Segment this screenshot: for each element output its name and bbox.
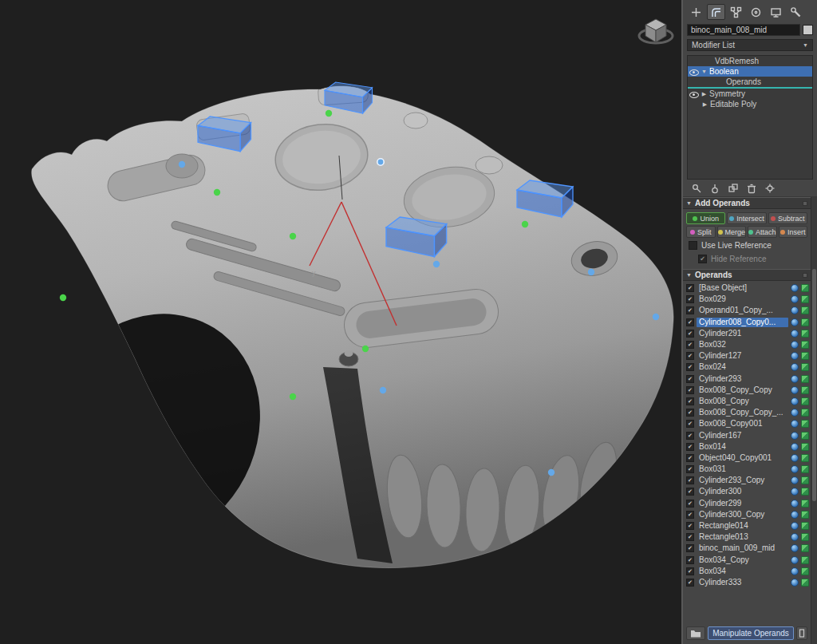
operand-solid-icon[interactable] xyxy=(791,420,799,428)
operand-row[interactable]: Box014 xyxy=(686,441,809,452)
operand-row[interactable]: Cylinder167 xyxy=(686,429,809,441)
operand-checkbox[interactable] xyxy=(686,544,694,552)
use-live-reference-checkbox[interactable] xyxy=(689,241,697,250)
operand-solid-icon[interactable] xyxy=(791,488,799,496)
operand-layers-icon[interactable] xyxy=(801,306,809,314)
operand-checkbox[interactable] xyxy=(686,533,694,541)
operand-layers-icon[interactable] xyxy=(801,432,809,440)
operand-solid-icon[interactable] xyxy=(791,476,799,484)
operand-checkbox[interactable] xyxy=(686,476,694,484)
panel-scrollbar[interactable] xyxy=(811,197,817,644)
operand-row[interactable]: Box031 xyxy=(686,464,809,475)
operand-solid-icon[interactable] xyxy=(791,500,799,508)
operand-layers-icon[interactable] xyxy=(801,318,809,326)
operand-solid-icon[interactable] xyxy=(791,306,799,314)
operand-checkbox[interactable] xyxy=(686,579,694,587)
operand-layers-icon[interactable] xyxy=(801,511,809,519)
operand-name[interactable]: Box032 xyxy=(697,340,788,350)
operand-solid-icon[interactable] xyxy=(791,397,799,405)
operand-solid-icon[interactable] xyxy=(791,341,799,349)
operand-marker[interactable] xyxy=(380,387,386,393)
operand-solid-icon[interactable] xyxy=(791,522,799,530)
operand-checkbox[interactable] xyxy=(686,295,694,303)
operand-name[interactable]: Box024 xyxy=(697,362,788,372)
operand-checkbox[interactable] xyxy=(686,397,694,405)
operand-checkbox[interactable] xyxy=(686,330,694,338)
operand-name[interactable]: Box008_Copy xyxy=(697,397,788,406)
operand-layers-icon[interactable] xyxy=(801,284,809,292)
operand-layers-icon[interactable] xyxy=(801,488,809,496)
operand-solid-icon[interactable] xyxy=(791,295,799,303)
modifier-suboject-operands[interactable]: Operands xyxy=(688,77,812,87)
operand-row[interactable]: Cylinder333 xyxy=(686,577,809,588)
collapse-arrow-icon[interactable]: ▶ xyxy=(701,101,708,108)
show-end-result-icon[interactable] xyxy=(708,182,721,195)
operand-solid-icon[interactable] xyxy=(791,556,799,564)
operand-marker[interactable] xyxy=(433,261,440,267)
tab-create[interactable] xyxy=(687,4,705,20)
operand-solid-icon[interactable] xyxy=(791,284,799,292)
operand-name[interactable]: Box034 xyxy=(697,567,788,576)
operand-name[interactable]: Cylinder300 xyxy=(697,487,788,496)
operand-row[interactable]: Cylinder299 xyxy=(686,498,809,509)
operand-layers-icon[interactable] xyxy=(801,533,809,541)
operand-layers-icon[interactable] xyxy=(801,500,809,508)
operand-marker[interactable] xyxy=(290,393,296,400)
scrollbar-thumb[interactable] xyxy=(812,269,816,501)
expand-arrow-icon[interactable]: ▼ xyxy=(701,69,708,74)
operand-name[interactable]: binoc_main_009_mid xyxy=(697,543,788,553)
use-live-reference[interactable]: Use Live Reference xyxy=(686,239,807,251)
modifier-vdbremesh[interactable]: VdbRemesh xyxy=(688,56,812,66)
collapse-arrow-icon[interactable]: ▶ xyxy=(701,91,708,97)
operand-name[interactable]: Cylinder291 xyxy=(697,329,788,338)
operand-marker[interactable] xyxy=(60,294,66,301)
operand-layers-icon[interactable] xyxy=(801,522,809,530)
button-subtract[interactable]: Subtract xyxy=(768,212,807,224)
operand-name[interactable]: Cylinder008_Copy0... xyxy=(697,318,788,327)
operand-layers-icon[interactable] xyxy=(801,330,809,338)
operand-checkbox[interactable] xyxy=(686,454,694,462)
operand-row[interactable]: Box008_Copy xyxy=(686,396,809,407)
operand-marker[interactable] xyxy=(179,161,185,168)
button-insert[interactable]: Insert xyxy=(779,226,808,238)
operand-solid-icon[interactable] xyxy=(791,432,799,440)
configure-modifier-sets-icon[interactable] xyxy=(764,182,776,195)
operand-row[interactable]: Box034 xyxy=(686,566,809,577)
operand-marker[interactable] xyxy=(326,110,332,117)
operand-solid-icon[interactable] xyxy=(791,454,799,462)
button-attach[interactable]: Attach xyxy=(748,226,777,238)
rollout-operands[interactable]: ▼ Operands xyxy=(683,269,811,281)
operand-name[interactable]: Object040_Copy001 xyxy=(697,453,788,463)
operand-row[interactable]: Box024 xyxy=(686,362,809,373)
object-name-input[interactable]: binoc_main_008_mid xyxy=(687,24,800,36)
operand-layers-icon[interactable] xyxy=(801,386,809,394)
operand-row[interactable]: Box034_Copy xyxy=(686,555,809,566)
operand-name[interactable]: Rectangle013 xyxy=(697,532,788,542)
operand-layers-icon[interactable] xyxy=(801,567,809,575)
operand-name[interactable]: [Base Object] xyxy=(697,283,788,293)
operand-checkbox[interactable] xyxy=(686,567,694,575)
operand-layers-icon[interactable] xyxy=(801,556,809,564)
operand-row[interactable]: Box032 xyxy=(686,339,809,350)
operand-layers-icon[interactable] xyxy=(801,476,809,484)
operand-checkbox[interactable] xyxy=(686,443,694,451)
operand-layers-icon[interactable] xyxy=(801,352,809,360)
operand-row[interactable]: Box029 xyxy=(686,294,809,305)
operand-solid-icon[interactable] xyxy=(791,386,799,394)
button-split[interactable]: Split xyxy=(686,226,716,238)
operand-row[interactable]: Cylinder127 xyxy=(686,350,809,362)
modifier-list-dropdown[interactable]: Modifier List ▼ xyxy=(687,39,813,51)
operand-name[interactable]: Cylinder299 xyxy=(697,499,788,508)
viewport-canvas[interactable]: y xyxy=(0,0,681,644)
operand-name[interactable]: Cylinder293_Copy xyxy=(697,476,788,485)
operand-solid-icon[interactable] xyxy=(791,579,799,587)
operand-checkbox[interactable] xyxy=(686,420,694,428)
operand-checkbox[interactable] xyxy=(686,284,694,292)
operand-layers-icon[interactable] xyxy=(801,465,809,473)
operand-checkbox[interactable] xyxy=(686,556,694,564)
dock-button[interactable] xyxy=(796,626,807,640)
operand-layers-icon[interactable] xyxy=(801,579,809,587)
operand-marker[interactable] xyxy=(522,221,528,227)
operand-name[interactable]: Cylinder293 xyxy=(697,374,788,384)
operand-name[interactable]: Cylinder127 xyxy=(697,351,788,361)
